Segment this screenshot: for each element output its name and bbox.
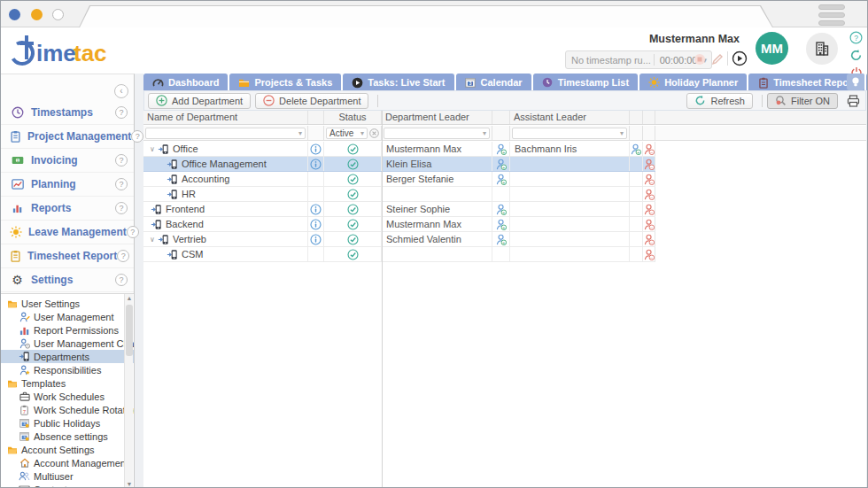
table-row[interactable]: ∨ Office Mustermann Max + Bachmann Iris … [143,142,655,157]
add-leader-icon[interactable]: + [496,174,507,185]
tree-item-templates[interactable]: Templates [1,376,134,390]
tree-item-absence-settings[interactable]: 3 Absence settings [1,430,134,443]
tab-holiday-planner[interactable]: Holiday Planner [639,74,747,90]
scroll-thumb[interactable] [126,305,133,356]
tree-item-user-management[interactable]: User Management [1,310,134,323]
sidebar-item-timestamps[interactable]: Timestamps ? [1,101,134,125]
info-icon[interactable] [310,143,322,155]
name-filter-dropdown[interactable]: ▾ [145,128,306,139]
sidebar-item-project-management[interactable]: Project Management ? [1,125,134,149]
refresh-icon[interactable] [849,49,863,62]
tree-item-user-settings[interactable]: User Settings [1,297,134,310]
add-department-button[interactable]: Add Department [148,93,251,109]
add-leader-icon[interactable]: + [496,159,507,170]
tree-item-departments[interactable]: Departments [1,350,134,363]
tree-item-report-permissions[interactable]: Report Permissions [1,323,134,337]
sidebar-item-settings[interactable]: ⚙ Settings ? [1,268,134,292]
sidebar-collapse-button[interactable]: ‹ [114,84,128,98]
remove-user-icon[interactable]: − [644,204,655,215]
tree-item-account-settings[interactable]: Account Settings [1,443,134,456]
status-filter-dropdown[interactable]: Active ▾ [326,128,368,139]
bulb-icon[interactable] [847,74,864,90]
expander-icon[interactable]: ∨ [147,236,158,244]
info-icon[interactable] [310,204,322,215]
tree-item-work-schedules[interactable]: Work Schedules [1,390,134,403]
sidebar-item-invoicing[interactable]: 1 Invoicing ? [1,149,134,173]
help-icon[interactable]: ? [115,106,128,119]
tab-tasks-live-start[interactable]: Tasks: Live Start [343,74,453,90]
tree-item-work-schedule-rotations[interactable]: 7 Work Schedule Rotations [1,403,134,416]
stop-icon[interactable] [694,53,706,66]
help-icon[interactable]: ? [115,154,128,167]
tree-item-contact[interactable]: Contact [1,483,134,488]
table-row[interactable]: HR − [143,187,655,202]
assistant-filter-dropdown[interactable]: ▾ [512,128,627,139]
expander-icon[interactable]: ∨ [147,145,158,153]
tree-item-account-management[interactable]: Account Management [1,456,134,469]
sidebar-item-timesheet-report[interactable]: Timesheet Report ? [1,244,134,268]
column-header-leader[interactable]: Department Leader [382,111,492,124]
add-leader-icon[interactable]: + [496,204,507,215]
column-header-status[interactable]: Status [324,111,382,124]
hamburger-icon[interactable] [818,4,845,28]
remove-user-icon[interactable]: − [644,159,655,170]
help-icon[interactable]: ? [117,250,129,262]
column-header-info[interactable] [308,111,324,124]
edit-icon[interactable] [711,53,724,66]
tree-scrollbar[interactable]: ▲ ▼ [124,294,133,488]
refresh-button[interactable]: Refresh [686,93,753,109]
info-icon[interactable] [310,234,322,245]
building-icon[interactable] [806,33,838,65]
tree-item-multiuser[interactable]: Multiuser [1,469,134,483]
column-header-leader-add[interactable] [492,111,510,124]
remove-user-icon[interactable]: − [644,143,655,155]
remove-user-icon[interactable]: − [644,189,655,200]
add-leader-icon[interactable]: + [496,234,507,245]
tree-item-responsibilities[interactable]: Responsibilities [1,363,134,376]
help-icon[interactable]: ? [115,202,128,214]
column-header-assistant[interactable]: Assistant Leader [510,111,630,124]
remove-user-icon[interactable]: − [644,174,655,185]
table-row[interactable]: CSM − [143,247,655,262]
help-icon[interactable]: ? [115,274,128,286]
add-leader-icon[interactable]: + [496,143,507,155]
tree-item-user-management-changelog[interactable]: User Management Changelog [1,337,134,350]
column-header-remove[interactable] [643,111,655,124]
info-icon[interactable] [310,159,322,170]
scroll-up-icon[interactable]: ▲ [125,294,134,303]
tree-item-public-holidays[interactable]: 3 Public Holidays [1,416,134,430]
table-row[interactable]: ∨ Vertrieb Schmied Valentin + − [143,232,655,247]
sidebar-item-planning[interactable]: Planning ? [1,173,134,197]
status-active-icon [347,143,359,155]
clear-filter-icon[interactable] [369,128,379,138]
print-button[interactable] [845,93,862,109]
table-row[interactable]: Backend Mustermann Max + − [143,217,655,232]
tab-dashboard[interactable]: Dashboard [143,74,228,90]
add-assistant-icon[interactable]: + [631,143,641,155]
remove-user-icon[interactable]: − [644,249,655,260]
table-row[interactable]: Office Management Klein Elisa + − [143,157,655,172]
help-icon[interactable]: ? [115,178,128,190]
tab-timestamp-list[interactable]: Timestamp List [533,74,639,90]
column-header-name[interactable]: Name of Department [143,111,308,124]
leader-filter-dropdown[interactable]: ▾ [384,128,490,139]
help-icon[interactable]: ? [849,31,863,44]
play-icon[interactable] [732,50,748,66]
tab-projects-tasks[interactable]: Projects & Tasks [229,74,341,90]
add-leader-icon[interactable]: + [496,219,507,230]
help-icon[interactable]: ? [127,226,139,238]
table-row[interactable]: Frontend Steiner Sophie + − [143,202,655,217]
column-header-assistant-add[interactable] [630,111,643,124]
sidebar-item-leave-management[interactable]: Leave Management ? [1,221,134,244]
table-row[interactable]: Accounting Berger Stefanie + − [143,172,655,187]
delete-department-button[interactable]: Delete Department [255,93,368,109]
user-avatar[interactable]: MM [756,32,788,65]
filter-on-button[interactable]: Filter ON [767,93,838,109]
timestamp-selector[interactable]: No timestamp ru... 00:00:00 ▾ [565,50,712,69]
scroll-down-icon[interactable]: ▼ [125,480,134,488]
tab-calendar[interactable]: 3 Calendar [456,74,531,90]
sidebar-item-reports[interactable]: Reports ? [1,197,134,221]
remove-user-icon[interactable]: − [644,234,655,245]
info-icon[interactable] [310,219,322,230]
remove-user-icon[interactable]: − [644,219,655,230]
